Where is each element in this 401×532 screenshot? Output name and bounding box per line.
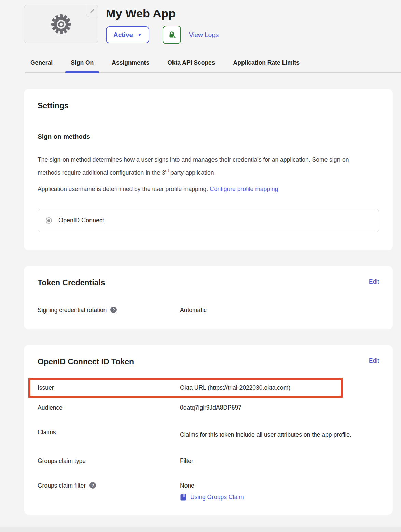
claims-value: Claims for this token include all user a… — [180, 428, 379, 441]
audience-value: 0oatq7lglr9JdA8DP697 — [180, 403, 379, 412]
openid-connect-label: OpenID Connect — [58, 217, 104, 224]
id-token-head: OpenID Connect ID Token Edit — [38, 357, 379, 367]
page: My Web App Active ▼ View Logs — [0, 0, 401, 515]
groups-claim-filter-row: Groups claim filter ? None — [38, 481, 379, 490]
tab-assignments[interactable]: Assignments — [106, 59, 155, 72]
description-superscript: rd — [165, 169, 169, 173]
app-logo-box — [24, 5, 98, 43]
tab-okta-api-scopes[interactable]: Okta API Scopes — [162, 59, 220, 72]
signing-credential-rotation-row: Signing credential rotation ? Automatic — [38, 306, 379, 314]
view-logs-link[interactable]: View Logs — [189, 31, 219, 39]
username-mapping-sentence: Application username is determined by th… — [38, 186, 210, 192]
gear-icon — [50, 13, 72, 35]
tab-application-rate-limits[interactable]: Application Rate Limits — [228, 59, 305, 72]
token-credentials-card: Token Credentials Edit Signing credentia… — [24, 266, 393, 329]
settings-card: Settings Sign on methods The sign-on met… — [24, 89, 393, 250]
help-icon[interactable]: ? — [89, 482, 96, 489]
configure-profile-mapping-link[interactable]: Configure profile mapping — [210, 186, 278, 192]
page-title: My Web App — [106, 7, 219, 20]
openid-connect-radio[interactable] — [46, 217, 52, 224]
groups-claim-filter-label: Groups claim filter — [38, 481, 86, 490]
book-icon — [180, 494, 186, 501]
status-label: Active — [113, 31, 133, 39]
edit-logo-button[interactable] — [86, 5, 98, 17]
audience-label: Audience — [38, 403, 180, 412]
description-text-tail: party application. — [169, 169, 216, 176]
app-header: My Web App Active ▼ View Logs — [24, 5, 401, 44]
token-credentials-edit-link[interactable]: Edit — [369, 278, 379, 285]
row-label: Groups claim filter ? — [38, 481, 180, 490]
sign-on-methods-title: Sign on methods — [38, 133, 379, 141]
tab-sign-on[interactable]: Sign On — [65, 59, 99, 72]
issuer-highlight-box: Issuer Okta URL (https://trial-2022030.o… — [28, 378, 343, 398]
issuer-label: Issuer — [38, 384, 180, 392]
sign-on-method-option: OpenID Connect — [38, 209, 379, 232]
id-token-title: OpenID Connect ID Token — [38, 357, 134, 367]
bottom-cutoff-band — [0, 527, 401, 532]
pencil-icon — [89, 8, 95, 14]
groups-claim-link-row: Using Groups Claim — [180, 494, 379, 501]
status-dropdown-button[interactable]: Active ▼ — [106, 26, 149, 43]
id-token-card: OpenID Connect ID Token Edit Issuer Okta… — [24, 345, 393, 515]
help-icon[interactable]: ? — [110, 307, 117, 313]
username-mapping-text: Application username is determined by th… — [38, 184, 365, 195]
header-buttons: Active ▼ View Logs — [106, 26, 219, 44]
radio-dot — [47, 219, 50, 222]
signing-credential-rotation-label: Signing credential rotation — [38, 306, 107, 314]
issuer-row: Issuer Okta URL (https://trial-2022030.o… — [38, 384, 341, 392]
claims-label: Claims — [38, 428, 180, 436]
chevron-down-icon: ▼ — [138, 32, 142, 37]
settings-title: Settings — [38, 101, 379, 110]
token-credentials-head: Token Credentials Edit — [38, 278, 379, 288]
groups-claim-type-row: Groups claim type Filter — [38, 457, 379, 465]
tab-general[interactable]: General — [25, 59, 58, 72]
signing-credential-rotation-value: Automatic — [180, 306, 379, 314]
id-token-edit-link[interactable]: Edit — [369, 357, 379, 364]
audience-row: Audience 0oatq7lglr9JdA8DP697 — [38, 403, 379, 412]
tab-bar: General Sign On Assignments Okta API Sco… — [25, 59, 401, 73]
token-credentials-title: Token Credentials — [38, 278, 105, 288]
header-info: My Web App Active ▼ View Logs — [106, 5, 219, 44]
using-groups-claim-link[interactable]: Using Groups Claim — [190, 494, 244, 501]
groups-claim-type-label: Groups claim type — [38, 457, 180, 465]
issuer-value: Okta URL (https://trial-2022030.okta.com… — [180, 384, 337, 392]
groups-claim-type-value: Filter — [180, 457, 379, 465]
groups-claim-filter-value: None — [180, 481, 379, 490]
row-label: Signing credential rotation ? — [38, 306, 180, 314]
claims-row: Claims Claims for this token include all… — [38, 428, 379, 441]
key-credentials-button[interactable] — [163, 26, 181, 44]
sign-on-description: The sign-on method determines how a user… — [38, 154, 365, 178]
lock-key-icon — [167, 30, 176, 39]
